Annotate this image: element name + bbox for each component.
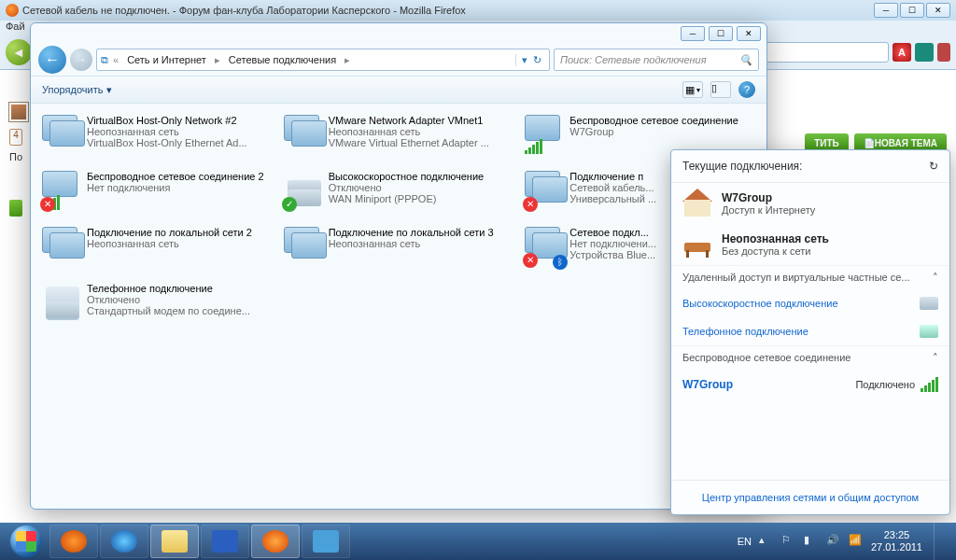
modem-icon xyxy=(920,297,938,310)
network-center-link[interactable]: Центр управления сетями и общим доступом xyxy=(702,492,919,503)
connections-grid: VirtualBox Host-Only Network #2Неопознан… xyxy=(31,104,766,341)
connection-name: Подключение по локальной сети 3 xyxy=(329,227,514,238)
explorer-search[interactable]: Поиск: Сетевые подключения 🔍 xyxy=(554,49,759,71)
explorer-window: ─ ☐ ✕ ← → ⧉ « Сеть и Интернет ▸ Сетевые … xyxy=(30,22,767,510)
taskbar-app-ie[interactable] xyxy=(100,525,148,558)
page-sidebar: 4 По xyxy=(9,103,26,217)
tray-wifi-icon[interactable]: 📶 xyxy=(849,534,864,549)
tray-up-icon[interactable]: ▴ xyxy=(759,534,774,549)
volume-icon[interactable]: 🔊 xyxy=(826,534,841,549)
connection-name: VirtualBox Host-Only Network #2 xyxy=(87,115,273,126)
organize-button[interactable]: Упорядочить ▾ xyxy=(42,84,112,96)
dropdown-icon[interactable]: ▾ xyxy=(515,54,527,66)
signal-icon xyxy=(921,377,938,392)
connection-item[interactable]: Телефонное подключениеОтключеноСтандартн… xyxy=(38,279,276,333)
connection-device: VirtualBox Host-Only Ethernet Ad... xyxy=(87,137,273,148)
flyout-network-item[interactable]: W7Group Доступ к Интернету xyxy=(671,183,949,224)
flyout-wifi-item[interactable]: W7Group Подключено xyxy=(671,370,949,399)
breadcrumb-item[interactable]: Сеть и Интернет xyxy=(123,52,210,67)
flyout-link-dialup[interactable]: Телефонное подключение xyxy=(671,317,949,345)
flag-icon[interactable]: ⚐ xyxy=(781,534,796,549)
connection-icon: ✕ xyxy=(42,171,81,210)
adblock-icon[interactable]: A xyxy=(893,43,911,62)
sidebar-text: По xyxy=(9,151,26,162)
connection-item[interactable]: Подключение по локальной сети 3Неопознан… xyxy=(280,223,518,277)
addon-icon[interactable] xyxy=(937,43,950,62)
breadcrumb-item[interactable]: Сетевые подключения xyxy=(225,52,340,67)
system-tray: EN ▴ ⚐ ▮ 🔊 📶 23:25 27.01.2011 xyxy=(730,523,952,560)
firefox-titlebar: Сетевой кабель не подключен. - Форум фан… xyxy=(0,0,956,21)
taskbar-app-firefox[interactable] xyxy=(251,525,300,558)
firefox-maximize-button[interactable]: ☐ xyxy=(900,3,924,18)
sidebar-green-button[interactable] xyxy=(9,200,22,217)
start-button[interactable] xyxy=(4,525,49,558)
connection-icon: ✕ᛒ xyxy=(525,227,564,266)
connection-name: Высокоскоростное подключение xyxy=(329,171,514,182)
flyout-footer: Центр управления сетями и общим доступом xyxy=(671,480,949,514)
explorer-close-button[interactable]: ✕ xyxy=(737,26,761,41)
connection-icon: ✕ xyxy=(525,171,564,210)
explorer-minimize-button[interactable]: ─ xyxy=(681,26,705,41)
back-button[interactable]: ← xyxy=(38,46,66,74)
home-network-icon xyxy=(682,190,712,217)
connection-status: Отключено xyxy=(87,294,273,305)
connection-icon: ✓ xyxy=(284,171,323,210)
connection-status: Неопознанная сеть xyxy=(87,126,273,137)
connection-item[interactable]: ✓Высокоскоростное подключениеОтключеноWA… xyxy=(280,167,518,221)
public-network-icon xyxy=(682,231,712,258)
breadcrumb[interactable]: ⧉ « Сеть и Интернет ▸ Сетевые подключени… xyxy=(96,49,550,71)
phone-icon xyxy=(920,325,938,338)
chevron-down-icon: ▾ xyxy=(106,84,112,96)
help-icon[interactable]: ? xyxy=(738,81,755,98)
taskbar: EN ▴ ⚐ ▮ 🔊 📶 23:25 27.01.2011 xyxy=(0,523,956,560)
refresh-icon[interactable]: ↻ xyxy=(529,54,545,66)
firefox-minimize-button[interactable]: ─ xyxy=(874,3,898,18)
connection-item[interactable]: ✕Беспроводное сетевое соединение 2Нет по… xyxy=(38,167,276,221)
sidebar-count: 4 xyxy=(9,129,22,146)
view-button[interactable]: ▦▾ xyxy=(682,81,703,98)
firefox-close-button[interactable]: ✕ xyxy=(926,3,950,18)
connection-status: W7Group xyxy=(569,126,755,137)
taskbar-app-explorer[interactable] xyxy=(150,525,199,558)
tray-lang[interactable]: EN xyxy=(738,536,752,547)
connection-item[interactable]: VMware Network Adapter VMnet1Неопознанна… xyxy=(280,111,518,165)
connection-icon xyxy=(42,227,81,266)
chevron-up-icon: ˄ xyxy=(933,352,938,364)
connection-icon xyxy=(284,115,323,154)
connection-name: Подключение по локальной сети 2 xyxy=(87,227,273,238)
flyout-refresh-icon[interactable]: ↻ xyxy=(929,160,938,173)
connection-icon xyxy=(42,283,81,322)
connection-icon xyxy=(42,115,81,154)
connection-device: Стандартный модем по соедине... xyxy=(87,305,273,316)
flyout-section-wifi[interactable]: Беспроводное сетевое соединение˄ xyxy=(671,345,949,370)
flyout-section-remote[interactable]: Удаленный доступ и виртуальные частные с… xyxy=(671,265,949,289)
taskbar-app-wmp[interactable] xyxy=(49,525,98,558)
firefox-icon xyxy=(6,4,19,17)
clock[interactable]: 23:25 27.01.2011 xyxy=(871,529,922,553)
flyout-header: Текущие подключения: ↻ xyxy=(671,150,949,183)
search-icon[interactable]: 🔍 xyxy=(739,54,752,66)
taskbar-app-save[interactable] xyxy=(201,525,249,558)
explorer-maximize-button[interactable]: ☐ xyxy=(709,26,733,41)
firefox-back-button[interactable]: ◄ xyxy=(6,39,32,65)
explorer-command-bar: Упорядочить ▾ ▦▾ ▯ ? xyxy=(31,76,766,104)
connection-status: Неопознанная сеть xyxy=(87,238,273,249)
explorer-titlebar: ─ ☐ ✕ xyxy=(31,23,766,44)
connection-name: Беспроводное сетевое соединение xyxy=(569,115,755,126)
forward-button[interactable]: → xyxy=(70,49,92,71)
connection-item[interactable]: VirtualBox Host-Only Network #2Неопознан… xyxy=(38,111,276,165)
connection-status: Нет подключения xyxy=(87,182,273,193)
show-desktop-button[interactable] xyxy=(934,523,945,560)
connection-status: Отключено xyxy=(329,182,514,193)
kaspersky-icon[interactable] xyxy=(915,43,934,62)
explorer-navbar: ← → ⧉ « Сеть и Интернет ▸ Сетевые подклю… xyxy=(31,44,766,76)
taskbar-app-unknown[interactable] xyxy=(302,525,350,558)
network-icon: ⧉ xyxy=(101,54,108,66)
flyout-network-item[interactable]: Неопознанная сеть Без доступа к сети xyxy=(671,224,949,265)
kaspersky-product-icon[interactable] xyxy=(9,103,28,121)
preview-pane-button[interactable]: ▯ xyxy=(710,81,731,98)
tray-network-icon[interactable]: ▮ xyxy=(804,534,819,549)
flyout-link-broadband[interactable]: Высокоскоростное подключение xyxy=(671,289,949,317)
connection-name: VMware Network Adapter VMnet1 xyxy=(329,115,514,126)
connection-item[interactable]: Подключение по локальной сети 2Неопознан… xyxy=(38,223,276,277)
